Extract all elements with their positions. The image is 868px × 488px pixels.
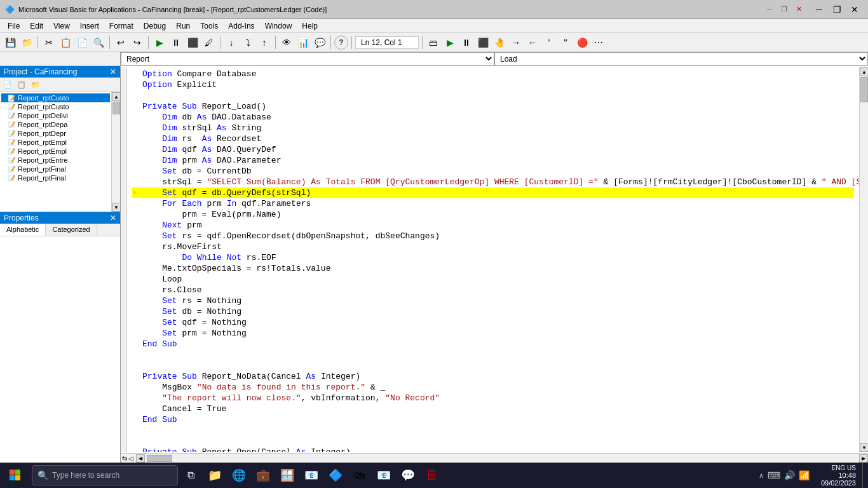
toolbar-design[interactable]: 🖊 — [201, 35, 217, 50]
toolbar-paste[interactable]: 📄 — [74, 35, 90, 50]
scroll-up-btn[interactable]: ▲ — [112, 92, 120, 101]
restore-button[interactable]: ❐ — [829, 3, 845, 16]
procedure-dropdown[interactable]: Load — [494, 52, 868, 65]
tree-item-1[interactable]: 📝 Report_rptCusto — [1, 102, 110, 111]
tray-network-icon[interactable]: 📶 — [799, 470, 810, 480]
tab-alphabetic[interactable]: Alphabetic — [0, 224, 46, 236]
toolbar-run2[interactable]: ▶ — [442, 35, 458, 50]
toolbar-file[interactable]: 📁 — [19, 35, 34, 50]
tree-item-9[interactable]: 📝 Report_rptFinal — [1, 173, 110, 182]
tree-icon-4: 📝 — [8, 130, 15, 137]
toolbar-bp[interactable]: 🔴 — [574, 35, 590, 50]
menu-run[interactable]: Run — [171, 20, 195, 32]
inner-close-btn[interactable]: ✕ — [792, 5, 806, 13]
menu-bar: File Edit View Insert Format Debug Run T… — [0, 19, 868, 33]
scroll-down-btn[interactable]: ▼ — [112, 203, 120, 212]
menu-debug[interactable]: Debug — [139, 20, 171, 32]
project-scrollbar[interactable]: ▲ ▼ — [111, 92, 120, 212]
toolbar-undo[interactable]: ↩ — [113, 35, 128, 50]
tree-item-7[interactable]: 📝 Report_rptEntre — [1, 156, 110, 165]
menu-edit[interactable]: Edit — [25, 20, 48, 32]
menu-addins[interactable]: Add-Ins — [223, 20, 259, 32]
toolbar-hand[interactable]: 🤚 — [492, 35, 507, 50]
tree-item-6[interactable]: 📝 Report_rptEmpl — [1, 147, 110, 156]
taskbar-amazon[interactable]: 🛍 — [348, 464, 371, 487]
clock-area[interactable]: ENG US 10:48 09/02/2023 — [816, 464, 861, 487]
code-scrollbar-v[interactable]: ▲ ▼ — [859, 67, 868, 452]
hscroll-left-btn[interactable]: ◀ — [136, 454, 145, 463]
menu-tools[interactable]: Tools — [195, 20, 223, 32]
toolbar-uncomment[interactable]: " — [558, 35, 573, 50]
object-dropdown[interactable]: Report — [121, 52, 494, 65]
taskbar-edge[interactable]: 🌐 — [227, 464, 250, 487]
hscroll-right-btn[interactable]: ▶ — [859, 454, 868, 463]
toolbar-step-into[interactable]: ↓ — [224, 35, 239, 50]
taskbar-access[interactable]: 🗄 — [421, 464, 444, 487]
toolbar-help[interactable]: ? — [334, 36, 348, 50]
toolbar-break2[interactable]: ⏸ — [459, 35, 474, 50]
taskbar-mail[interactable]: 📧 — [300, 464, 323, 487]
properties-close-icon[interactable]: ✕ — [110, 214, 116, 222]
minimize-button[interactable]: ─ — [811, 3, 827, 16]
toolbar-step-out[interactable]: ↑ — [257, 35, 272, 50]
start-button[interactable] — [3, 463, 28, 488]
task-view-icon[interactable]: ⧉ — [179, 464, 202, 487]
menu-window[interactable]: Window — [260, 20, 297, 32]
inner-restore-btn[interactable]: ❐ — [777, 5, 791, 13]
code-hscroll[interactable]: ⇆ ◁ ◀ ▶ — [121, 453, 868, 463]
menu-view[interactable]: View — [48, 20, 75, 32]
toolbar-comment[interactable]: ' — [541, 35, 557, 50]
tray-volume-icon[interactable]: 🔊 — [784, 470, 795, 480]
toolbar-outdent[interactable]: ← — [525, 35, 540, 50]
taskbar-outlook[interactable]: 📧 — [372, 464, 395, 487]
hscroll-thumb[interactable] — [147, 455, 172, 462]
toolbar-indent[interactable]: → — [508, 35, 524, 50]
tree-item-4[interactable]: 📝 Report_rptDepr — [1, 129, 110, 138]
menu-help[interactable]: Help — [297, 20, 323, 32]
toolbar-reset2[interactable]: ⬛ — [475, 35, 491, 50]
inner-minimize-btn[interactable]: ─ — [763, 6, 776, 13]
scroll-thumb[interactable] — [112, 102, 120, 114]
taskbar-store[interactable]: 🪟 — [276, 464, 299, 487]
vscroll-up-btn[interactable]: ▲ — [860, 67, 868, 76]
toolbar-reset[interactable]: ⬛ — [185, 35, 200, 50]
vscroll-down-btn[interactable]: ▼ — [860, 443, 868, 452]
toolbar-redo[interactable]: ↪ — [130, 35, 145, 50]
toolbar-find[interactable]: 🔍 — [91, 35, 106, 50]
toolbar-step-over[interactable]: ⤵ — [240, 35, 255, 50]
code-content[interactable]: Option Compare Database Option Explicit … — [121, 66, 868, 453]
toolbar-break[interactable]: ⏸ — [168, 35, 184, 50]
project-tree: 📝 Report_rptCusto 📝 Report_rptCusto 📝 Re… — [0, 92, 111, 212]
project-view-code[interactable]: 📄 — [1, 79, 14, 90]
tree-item-3[interactable]: 📝 Report_rptDepa — [1, 120, 110, 129]
menu-insert[interactable]: Insert — [75, 20, 104, 32]
tree-item-2[interactable]: 📝 Report_rptDelivi — [1, 111, 110, 120]
toolbar-watch[interactable]: 👁 — [279, 35, 294, 50]
vscroll-thumb[interactable] — [860, 77, 868, 102]
taskbar-file-explorer[interactable]: 📁 — [203, 464, 226, 487]
tree-item-8[interactable]: 📝 Report_rptFinal — [1, 165, 110, 173]
project-close-icon[interactable]: ✕ — [110, 67, 116, 76]
tree-item-5[interactable]: 📝 Report_rptEmpl — [1, 138, 110, 147]
close-button[interactable]: ✕ — [846, 3, 863, 16]
toolbar-immediate[interactable]: 💬 — [312, 35, 327, 50]
toolbar-cut[interactable]: ✂ — [41, 35, 57, 50]
project-view-object[interactable]: 📋 — [15, 79, 28, 90]
toolbar-run[interactable]: ▶ — [152, 35, 167, 50]
menu-format[interactable]: Format — [104, 20, 139, 32]
tray-up-arrow[interactable]: ∧ — [759, 471, 764, 480]
toolbar-more[interactable]: ⋯ — [591, 35, 606, 50]
toolbar-copy[interactable]: 📋 — [58, 35, 73, 50]
menu-file[interactable]: File — [3, 20, 25, 32]
project-toggle-folders[interactable]: 📁 — [29, 79, 42, 90]
search-bar[interactable]: 🔍 Type here to search — [32, 465, 178, 485]
taskbar-vba[interactable]: 🔷 — [324, 464, 347, 487]
show-desktop-button[interactable] — [862, 463, 865, 488]
tab-categorized[interactable]: Categorized — [46, 224, 97, 236]
toolbar-obj-browser[interactable]: 🗃 — [426, 35, 441, 50]
tree-item-0[interactable]: 📝 Report_rptCusto — [1, 93, 110, 102]
taskbar-explorer2[interactable]: 💼 — [252, 464, 275, 487]
taskbar-teams[interactable]: 💬 — [397, 464, 419, 487]
toolbar-locals[interactable]: 📊 — [295, 35, 311, 50]
toolbar-save[interactable]: 💾 — [3, 35, 18, 50]
